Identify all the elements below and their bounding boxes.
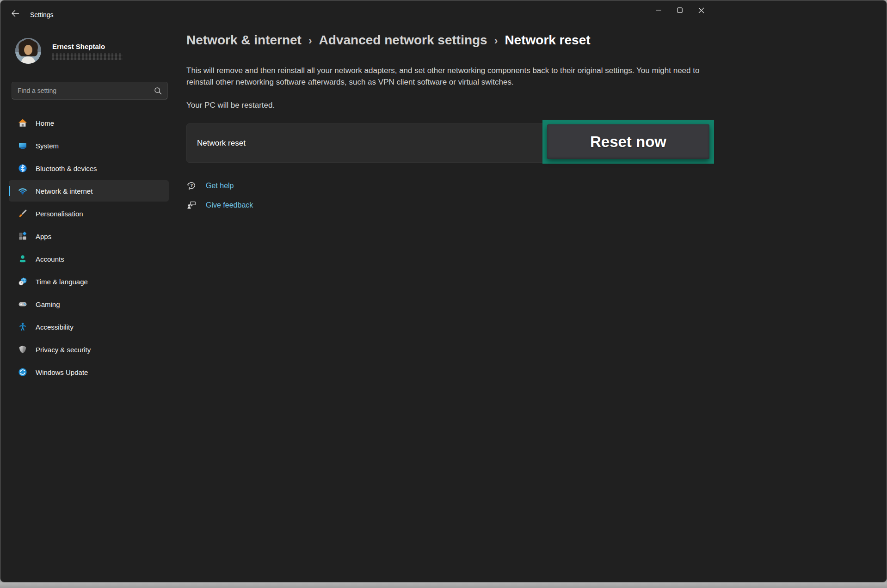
sidebar-nav: Home System Bluetooth & devices Network … xyxy=(9,112,169,384)
breadcrumb-separator: › xyxy=(308,34,312,47)
sidebar-item-system[interactable]: System xyxy=(9,135,169,156)
main-content: Network & internet › Advanced network se… xyxy=(176,22,887,582)
close-icon xyxy=(698,7,704,13)
sidebar: Ernest Sheptalo Home System xyxy=(0,22,176,582)
sidebar-item-home[interactable]: Home xyxy=(9,112,169,134)
avatar-photo xyxy=(15,38,41,64)
feedback-icon xyxy=(186,200,197,210)
sidebar-item-label: Gaming xyxy=(36,300,60,308)
sidebar-item-accounts[interactable]: Accounts xyxy=(9,248,169,270)
sidebar-item-label: Accessibility xyxy=(36,323,74,331)
sidebar-item-label: Home xyxy=(36,119,54,127)
accounts-icon xyxy=(18,254,27,263)
app-title: Settings xyxy=(30,11,54,18)
sidebar-item-label: Bluetooth & devices xyxy=(36,165,97,172)
maximize-button[interactable] xyxy=(669,0,690,20)
settings-window: Settings Ernest Sheptalo xyxy=(0,0,887,582)
desktop-edge-strip xyxy=(0,582,887,588)
sidebar-item-label: Apps xyxy=(36,233,51,240)
network-reset-label: Network reset xyxy=(197,139,246,148)
sidebar-item-label: System xyxy=(36,142,59,150)
give-feedback-row: Give feedback xyxy=(186,198,253,212)
minimize-button[interactable] xyxy=(648,0,669,20)
apps-icon xyxy=(18,232,27,241)
window-controls xyxy=(648,0,712,20)
search-box[interactable] xyxy=(12,82,168,99)
accessibility-person-icon xyxy=(18,322,27,331)
search-icon xyxy=(154,87,162,95)
get-help-link[interactable]: Get help xyxy=(206,182,234,190)
avatar[interactable] xyxy=(15,38,41,64)
sidebar-item-label: Personalisation xyxy=(36,210,83,218)
sidebar-item-label: Accounts xyxy=(36,255,64,263)
gaming-gamepad-icon xyxy=(18,300,27,309)
sidebar-item-apps[interactable]: Apps xyxy=(9,226,169,247)
sidebar-item-personalisation[interactable]: Personalisation xyxy=(9,203,169,224)
home-icon xyxy=(18,118,27,128)
sidebar-item-accessibility[interactable]: Accessibility xyxy=(9,316,169,337)
back-arrow-icon xyxy=(11,10,19,17)
time-language-icon xyxy=(18,277,27,286)
personalisation-brush-icon xyxy=(18,209,27,218)
user-email-redacted xyxy=(52,53,123,60)
close-button[interactable] xyxy=(690,0,712,20)
svg-text:?: ? xyxy=(191,183,193,188)
sidebar-item-bluetooth-devices[interactable]: Bluetooth & devices xyxy=(9,158,169,179)
sidebar-item-network-internet[interactable]: Network & internet xyxy=(9,180,169,202)
breadcrumb: Network & internet › Advanced network se… xyxy=(186,33,591,48)
windows-update-icon xyxy=(18,368,27,377)
sidebar-item-label: Privacy & security xyxy=(36,346,91,354)
page-description: This will remove and then reinstall all … xyxy=(186,65,711,88)
sidebar-item-label: Windows Update xyxy=(36,368,88,376)
breadcrumb-network-internet[interactable]: Network & internet xyxy=(186,33,302,48)
bluetooth-icon xyxy=(18,164,27,173)
restart-note: Your PC will be restarted. xyxy=(186,101,275,110)
back-button[interactable] xyxy=(6,5,25,22)
user-name: Ernest Sheptalo xyxy=(52,43,105,50)
search-input[interactable] xyxy=(18,87,154,94)
help-links: ? Get help Give feedback xyxy=(186,179,253,218)
privacy-shield-icon xyxy=(18,345,27,354)
sidebar-item-windows-update[interactable]: Windows Update xyxy=(9,361,169,383)
sidebar-item-time-language[interactable]: Time & language xyxy=(9,271,169,292)
give-feedback-link[interactable]: Give feedback xyxy=(206,201,253,209)
network-wifi-icon xyxy=(18,186,27,196)
get-help-row: ? Get help xyxy=(186,179,253,193)
sidebar-item-gaming[interactable]: Gaming xyxy=(9,294,169,315)
titlebar: Settings xyxy=(0,0,887,22)
minimize-icon xyxy=(656,7,661,13)
breadcrumb-separator: › xyxy=(494,34,498,47)
reset-now-highlight: Reset now xyxy=(542,120,714,164)
help-icon: ? xyxy=(186,181,197,191)
reset-now-button[interactable]: Reset now xyxy=(547,124,709,159)
sidebar-item-label: Time & language xyxy=(36,278,88,286)
maximize-icon xyxy=(677,7,683,13)
sidebar-item-privacy-security[interactable]: Privacy & security xyxy=(9,339,169,360)
breadcrumb-advanced-network-settings[interactable]: Advanced network settings xyxy=(319,33,487,48)
system-icon xyxy=(18,141,27,150)
breadcrumb-network-reset: Network reset xyxy=(505,33,590,48)
sidebar-item-label: Network & internet xyxy=(36,187,92,195)
